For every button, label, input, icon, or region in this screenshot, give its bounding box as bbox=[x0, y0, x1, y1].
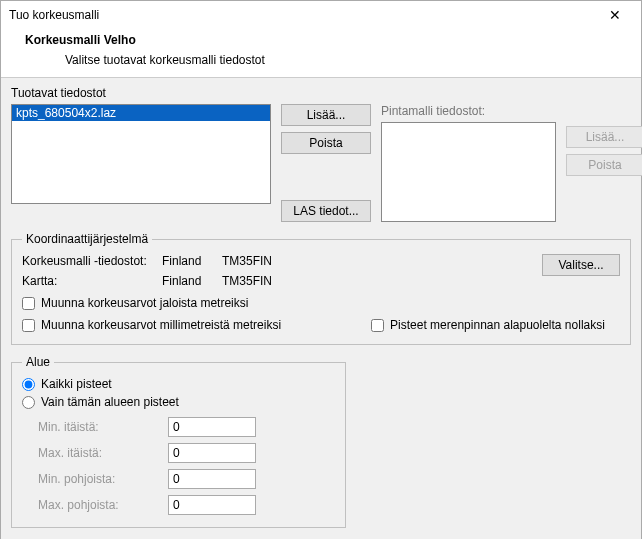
area-legend: Alue bbox=[22, 355, 54, 369]
area-region-row: Vain tämän alueen pisteet bbox=[22, 395, 335, 409]
surface-add-button[interactable]: Lisää... bbox=[566, 126, 642, 148]
files-add-button[interactable]: Lisää... bbox=[281, 104, 371, 126]
chk-mm-label: Muunna korkeusarvot millimetreistä metre… bbox=[41, 318, 281, 332]
max-e-input[interactable] bbox=[168, 443, 256, 463]
titlebar: Tuo korkeusmalli ✕ bbox=[1, 1, 641, 29]
chk-feet-label: Muunna korkeusarvot jaloista metreiksi bbox=[41, 296, 248, 310]
min-e-label: Min. itäistä: bbox=[38, 420, 168, 434]
surface-column: Pintamalli tiedostot: bbox=[381, 104, 556, 222]
crs-fieldset: Koordinaattijärjestelmä Korkeusmalli -ti… bbox=[11, 232, 631, 345]
area-all-label: Kaikki pisteet bbox=[41, 377, 112, 391]
crs-file-country: Finland bbox=[162, 254, 222, 268]
list-item[interactable]: kpts_680504x2.laz bbox=[12, 105, 270, 121]
chk-sea[interactable] bbox=[371, 319, 384, 332]
chk-mm-row: Muunna korkeusarvot millimetreistä metre… bbox=[22, 318, 281, 332]
crs-map-country: Finland bbox=[162, 274, 222, 288]
checks-split: Muunna korkeusarvot millimetreistä metre… bbox=[22, 310, 620, 332]
files-group-label: Tuotavat tiedostot bbox=[11, 86, 631, 100]
min-e-input[interactable] bbox=[168, 417, 256, 437]
surface-buttons: Lisää... Poista bbox=[566, 126, 642, 222]
files-listbox[interactable]: kpts_680504x2.laz bbox=[11, 104, 271, 204]
crs-file-crs: TM35FIN bbox=[222, 254, 302, 268]
header-subtitle: Valitse tuotavat korkeusmalli tiedostot bbox=[65, 53, 641, 67]
area-all-row: Kaikki pisteet bbox=[22, 377, 335, 391]
chk-sea-label: Pisteet merenpinnan alapuolelta nollaksi bbox=[390, 318, 605, 332]
chk-feet[interactable] bbox=[22, 297, 35, 310]
area-region-label: Vain tämän alueen pisteet bbox=[41, 395, 179, 409]
chk-mm[interactable] bbox=[22, 319, 35, 332]
files-remove-button[interactable]: Poista bbox=[281, 132, 371, 154]
files-buttons: Lisää... Poista LAS tiedot... bbox=[281, 104, 371, 222]
las-info-button[interactable]: LAS tiedot... bbox=[281, 200, 371, 222]
surface-remove-button[interactable]: Poista bbox=[566, 154, 642, 176]
crs-choose-wrap: Valitse... bbox=[542, 254, 620, 276]
max-e-label: Max. itäistä: bbox=[38, 446, 168, 460]
max-n-label: Max. pohjoista: bbox=[38, 498, 168, 512]
area-all-radio[interactable] bbox=[22, 378, 35, 391]
dialog-window: Tuo korkeusmalli ✕ Korkeusmalli Velho Va… bbox=[0, 0, 642, 539]
chk-feet-row: Muunna korkeusarvot jaloista metreiksi bbox=[22, 296, 620, 310]
crs-file-label: Korkeusmalli -tiedostot: bbox=[22, 254, 162, 268]
surface-listbox[interactable] bbox=[381, 122, 556, 222]
header: Korkeusmalli Velho Valitse tuotavat kork… bbox=[1, 29, 641, 77]
crs-choose-button[interactable]: Valitse... bbox=[542, 254, 620, 276]
crs-rows: Korkeusmalli -tiedostot: Finland TM35FIN… bbox=[22, 254, 620, 288]
crs-map-label: Kartta: bbox=[22, 274, 162, 288]
crs-legend: Koordinaattijärjestelmä bbox=[22, 232, 152, 246]
chk-sea-row: Pisteet merenpinnan alapuolelta nollaksi bbox=[371, 318, 605, 332]
window-title: Tuo korkeusmalli bbox=[9, 8, 99, 22]
area-fieldset: Alue Kaikki pisteet Vain tämän alueen pi… bbox=[11, 355, 346, 528]
min-n-input[interactable] bbox=[168, 469, 256, 489]
range-grid: Min. itäistä: Max. itäistä: Min. pohjois… bbox=[38, 417, 335, 515]
header-title: Korkeusmalli Velho bbox=[25, 33, 641, 47]
crs-map-crs: TM35FIN bbox=[222, 274, 302, 288]
crs-grid: Korkeusmalli -tiedostot: Finland TM35FIN… bbox=[22, 254, 302, 288]
surface-label: Pintamalli tiedostot: bbox=[381, 104, 556, 118]
min-n-label: Min. pohjoista: bbox=[38, 472, 168, 486]
files-row: kpts_680504x2.laz Lisää... Poista LAS ti… bbox=[11, 104, 631, 222]
files-left: kpts_680504x2.laz bbox=[11, 104, 271, 222]
max-n-input[interactable] bbox=[168, 495, 256, 515]
close-icon[interactable]: ✕ bbox=[599, 7, 631, 23]
area-region-radio[interactable] bbox=[22, 396, 35, 409]
content: Tuotavat tiedostot kpts_680504x2.laz Lis… bbox=[1, 77, 641, 538]
